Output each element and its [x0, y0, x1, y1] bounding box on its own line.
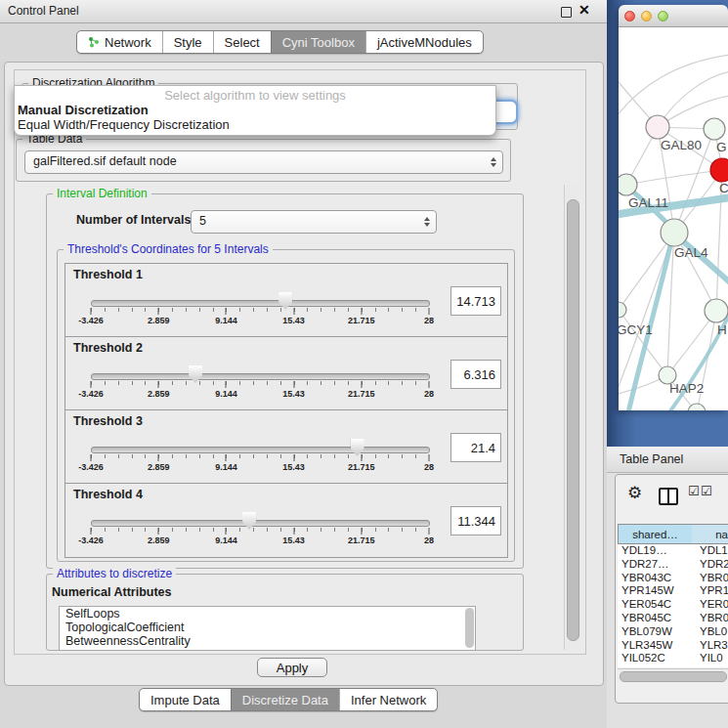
cyni-toolbox-panel: Discretization Algorithm Select algorith…	[4, 62, 604, 686]
close-icon[interactable]: ✕	[578, 2, 590, 18]
table-row[interactable]: YER054CYER0	[618, 598, 728, 612]
threshold-panel-1: Threshold 1 -3.4262.8599.14415.4321.7152…	[64, 263, 508, 338]
cell-shared-name[interactable]: YBR043C	[621, 572, 694, 585]
attribute-item[interactable]: SelfLoops	[60, 607, 475, 621]
slider-track[interactable]	[91, 520, 430, 527]
node-gcy1[interactable]	[619, 302, 626, 318]
minimize-traffic-light[interactable]	[641, 11, 652, 21]
tab-discretize-data[interactable]: Discretize Data	[231, 689, 339, 710]
slider-major-tick	[361, 454, 362, 461]
cell-shared-name[interactable]: YBR045C	[621, 612, 694, 625]
slider-tick-label: 21.715	[348, 462, 375, 472]
cell-shared-name[interactable]: YER054C	[621, 598, 694, 612]
threshold-label: Threshold 1	[73, 268, 143, 281]
table-hscrollbar[interactable]	[618, 668, 728, 683]
cell-name[interactable]: YER0	[700, 598, 728, 612]
table-row[interactable]: YDL19…YDL1	[618, 544, 728, 558]
table-row[interactable]: YBR043CYBR0	[618, 572, 728, 585]
cell-name[interactable]: YBR0	[700, 572, 728, 585]
window-titlebar[interactable]	[619, 5, 728, 27]
table-row[interactable]: YBL079WYBL0	[618, 625, 728, 639]
settings-scrollbar[interactable]	[564, 185, 580, 650]
threshold-value-field[interactable]: 21.4	[450, 433, 501, 462]
group-title: Interval Definition	[53, 187, 151, 200]
slider-major-tick	[91, 454, 92, 461]
zoom-traffic-light[interactable]	[658, 11, 668, 21]
cell-name[interactable]: YLR3	[700, 639, 728, 653]
attributes-group: Attributes to discretize Numerical Attri…	[46, 574, 524, 651]
group-title: Threshold's Coordinates for 5 Intervals	[64, 242, 273, 256]
threshold-value-field[interactable]: 6.316	[450, 360, 501, 389]
table-row[interactable]: YIL052CYIL0	[618, 652, 728, 665]
cell-name[interactable]: YBR0	[700, 612, 728, 625]
threshold-panel-2: Threshold 2 -3.4262.8599.14415.4321.7152…	[64, 336, 508, 411]
slider-tick-label: -3.426	[78, 316, 104, 325]
node-gal80[interactable]	[646, 115, 669, 139]
cell-shared-name[interactable]: YPR145W	[621, 584, 694, 598]
attribute-item[interactable]: TopologicalCoefficient	[60, 621, 475, 634]
network-canvas[interactable]: GAL80 G C GAL11 GAL4 GCY1 H HAP2	[619, 27, 728, 410]
tab-select[interactable]: Select	[213, 31, 271, 53]
slider-tick-label: 2.859	[148, 316, 170, 325]
apply-button[interactable]: Apply	[257, 658, 327, 677]
node-gal11[interactable]	[619, 174, 637, 195]
slider-ticks: -3.4262.8599.14415.4321.71528	[91, 528, 429, 549]
attribute-item[interactable]: BetweennessCentrality	[60, 634, 475, 648]
slider-track[interactable]	[91, 373, 430, 380]
number-of-intervals-combobox[interactable]: 5	[191, 210, 437, 234]
gear-icon[interactable]: ⚙	[627, 483, 642, 503]
cell-shared-name[interactable]: YDR27…	[621, 558, 694, 572]
table-data-group: Table Data galFiltered.sif default node	[16, 139, 511, 182]
dropdown-option-manual[interactable]: Manual Discretization	[15, 103, 495, 117]
slider-track[interactable]	[91, 300, 430, 307]
slider-major-tick	[293, 308, 294, 315]
scrollbar-thumb[interactable]	[620, 671, 727, 682]
node-label: H	[717, 322, 727, 337]
tab-cyni-toolbox[interactable]: Cyni Toolbox	[271, 31, 365, 53]
tab-network[interactable]: Network	[77, 31, 162, 53]
network-icon	[88, 36, 100, 48]
cell-shared-name[interactable]: YLR345W	[621, 639, 694, 653]
node-right-low[interactable]	[705, 299, 728, 322]
table-data-combobox[interactable]: galFiltered.sif default node	[24, 150, 503, 174]
node-gal4[interactable]	[661, 219, 688, 246]
list-scrollbar[interactable]	[465, 608, 474, 648]
control-panel: Control Panel ✕ Network Style Select	[0, 0, 607, 728]
cell-name[interactable]: YBL0	[700, 625, 727, 639]
cell-shared-name[interactable]: YIL052C	[621, 652, 694, 665]
cell-name[interactable]: YDL1	[700, 544, 728, 558]
cell-name[interactable]: YPR1	[700, 584, 728, 598]
table-row[interactable]: YBR045CYBR0	[618, 612, 728, 625]
cell-name[interactable]: YDR2	[700, 558, 728, 572]
node-right-top[interactable]	[704, 118, 725, 140]
column-header-name[interactable]: name	[692, 524, 728, 544]
scrollbar-thumb[interactable]	[567, 199, 579, 641]
tab-style[interactable]: Style	[162, 31, 213, 53]
dropdown-option-equal-width[interactable]: Equal Width/Frequency Discretization	[15, 117, 495, 132]
checkbox-icon-1[interactable]: ☑	[688, 484, 700, 498]
cell-shared-name[interactable]: YDL19…	[621, 544, 694, 558]
table-row[interactable]: YLR345WYLR3	[618, 639, 728, 653]
table-panel-title: Table Panel	[620, 452, 683, 466]
tab-jactivemnodules[interactable]: jActiveMNodules	[365, 31, 483, 53]
column-header-shared-name[interactable]: shared…	[618, 524, 693, 544]
tab-label: Discretize Data	[242, 693, 328, 707]
cell-shared-name[interactable]: YBL079W	[621, 625, 694, 639]
node-label: GCY1	[619, 322, 653, 337]
checkbox-icon-2[interactable]: ☑	[701, 484, 712, 498]
node-red[interactable]	[710, 158, 728, 182]
table-row[interactable]: YPR145WYPR1	[618, 584, 728, 598]
slider-track[interactable]	[91, 447, 430, 453]
slider-tick-label: 15.43	[282, 316, 305, 325]
slider-major-tick	[429, 454, 430, 461]
float-window-icon[interactable]	[561, 7, 572, 18]
threshold-value-field[interactable]: 11.344	[450, 506, 501, 535]
column-layout-icon[interactable]	[659, 488, 678, 505]
numerical-attributes-list[interactable]: SelfLoopsTopologicalCoefficientBetweenne…	[59, 606, 476, 651]
threshold-value-field[interactable]: 14.713	[450, 286, 501, 316]
cell-name[interactable]: YIL0	[700, 652, 723, 665]
tab-impute-data[interactable]: Impute Data	[140, 689, 231, 710]
tab-infer-network[interactable]: Infer Network	[339, 689, 437, 710]
close-traffic-light[interactable]	[624, 11, 635, 21]
table-row[interactable]: YDR27…YDR2	[618, 558, 728, 572]
